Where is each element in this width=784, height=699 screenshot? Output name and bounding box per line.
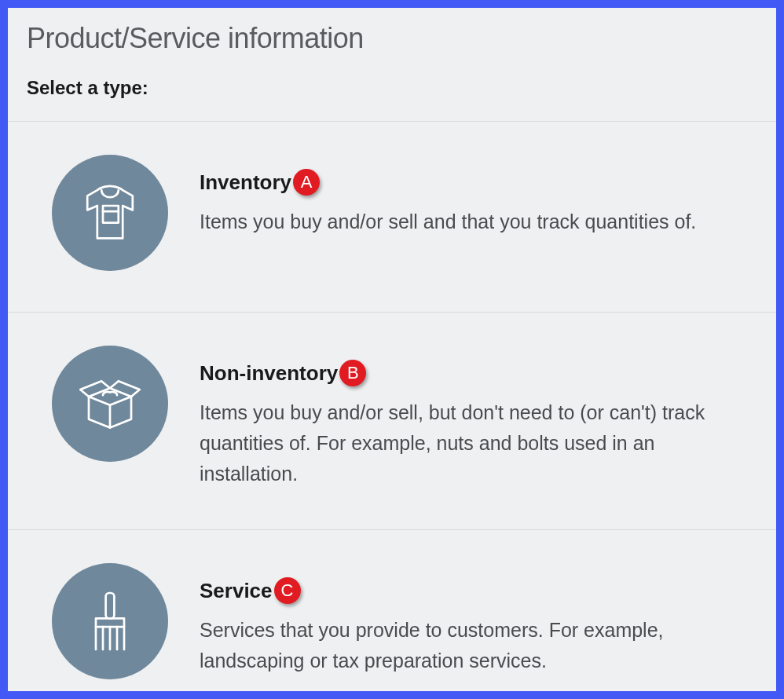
type-title-row: Non-inventory B: [200, 360, 749, 386]
open-box-icon: [52, 346, 168, 462]
select-type-label: Select a type:: [27, 77, 757, 99]
tshirt-icon: [52, 155, 168, 271]
svg-rect-3: [96, 619, 124, 628]
type-title-row: Service C: [200, 577, 749, 604]
type-description: Items you buy and/or sell and that you t…: [200, 207, 749, 237]
type-option-non-inventory[interactable]: Non-inventory B Items you buy and/or sel…: [8, 313, 776, 530]
type-option-service[interactable]: Service C Services that you provide to c…: [8, 530, 776, 691]
type-options-list: Inventory A Items you buy and/or sell an…: [8, 121, 776, 691]
paintbrush-icon: [52, 563, 168, 679]
svg-rect-0: [103, 206, 119, 223]
product-service-panel: Product/Service information Select a typ…: [8, 8, 776, 691]
type-title-row: Inventory A: [200, 169, 749, 196]
type-text: Service C Services that you provide to c…: [200, 563, 749, 676]
type-text: Inventory A Items you buy and/or sell an…: [200, 155, 749, 237]
page-title: Product/Service information: [27, 22, 757, 55]
type-option-inventory[interactable]: Inventory A Items you buy and/or sell an…: [8, 122, 776, 313]
annotation-badge-a: A: [293, 169, 320, 196]
panel-header: Product/Service information Select a typ…: [8, 8, 776, 121]
type-title: Service: [200, 579, 273, 603]
type-title: Non-inventory: [200, 361, 338, 386]
svg-rect-2: [106, 593, 115, 618]
type-description: Items you buy and/or sell, but don't nee…: [200, 397, 749, 489]
type-description: Services that you provide to customers. …: [200, 615, 749, 676]
type-text: Non-inventory B Items you buy and/or sel…: [200, 346, 749, 489]
type-title: Inventory: [200, 170, 291, 195]
annotation-badge-c: C: [274, 577, 301, 604]
annotation-badge-b: B: [339, 360, 366, 386]
